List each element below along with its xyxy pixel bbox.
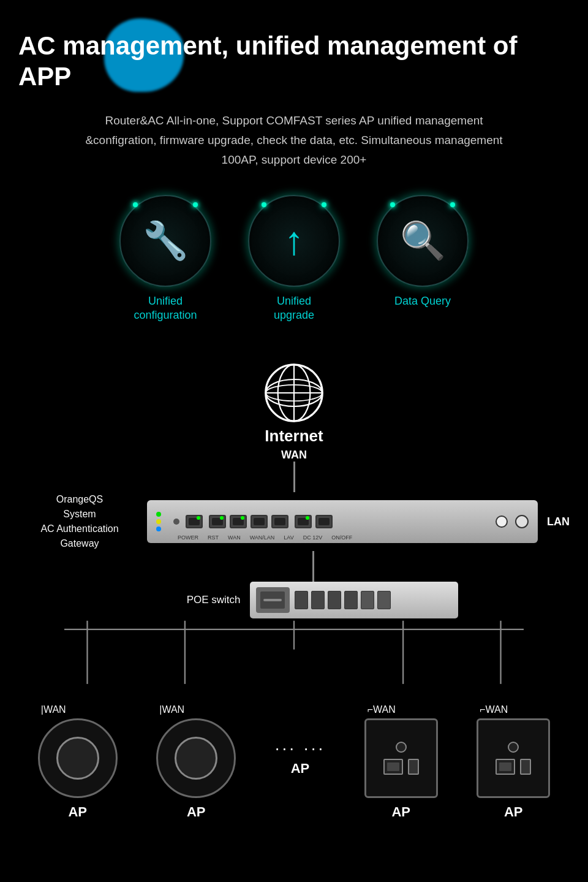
ap-label-4: AP (391, 804, 410, 820)
extra-port-2 (315, 515, 333, 528)
ap-wan-4: ⌐WAN (368, 704, 396, 715)
lan-port-4 (271, 515, 288, 528)
feature-label-config: Unifiedconfiguration (134, 294, 197, 323)
header-section: AC management, unified management of APP (18, 25, 570, 93)
poe-device (250, 582, 458, 618)
lan-port-1 (209, 515, 226, 528)
wanlan-label: WAN/LAN (250, 534, 275, 541)
poe-port-6 (377, 591, 391, 609)
wan-port (186, 515, 203, 528)
sparkle-tr-2 (322, 202, 326, 207)
ap-square-5 (477, 718, 550, 798)
poe-cable-icon (263, 599, 282, 601)
ap-item-4: ⌐WAN AP (364, 704, 438, 820)
ap-item-2: |WAN AP (156, 704, 236, 820)
poe-row: POE switch (18, 582, 570, 618)
subtitle-section: Router&AC All-in-one, Support COMFAST se… (80, 111, 508, 170)
ap-port-a-inner (387, 762, 399, 771)
lav-label: LAV (284, 534, 293, 541)
led-yellow (156, 519, 161, 524)
poe-port-2 (311, 591, 325, 609)
wan-label-top: WAN (281, 449, 307, 462)
lan-label: LAN (547, 515, 570, 528)
poe-label: POE switch (130, 594, 241, 606)
feature-circle-query: 🔍 (377, 195, 469, 287)
router-indicators (156, 512, 161, 531)
feature-label-query: Data Query (394, 294, 451, 308)
poe-port-1 (295, 591, 308, 609)
globe-icon (260, 359, 328, 427)
led-green (156, 512, 161, 517)
power-group (496, 515, 529, 528)
ap-port-b (408, 759, 419, 775)
lan-vertical-line (312, 551, 314, 582)
extra-port-1 (295, 515, 312, 528)
arrow-up-icon: ↑ (284, 218, 304, 264)
ap-wan-1: |WAN (41, 704, 66, 715)
sparkle-tr-3 (450, 202, 455, 207)
poe-module-inner (260, 591, 285, 609)
wan-vline-container (18, 462, 570, 492)
router-label: OrangeQSSystemAC AuthenticationGateway (18, 492, 141, 551)
page-wrapper: AC management, unified management of APP… (0, 0, 588, 845)
ap-label-5: AP (504, 804, 523, 820)
router-row: OrangeQSSystemAC AuthenticationGateway (18, 492, 570, 551)
feature-label-upgrade: Unifiedupgrade (274, 294, 314, 323)
ap-item-5: ⌐WAN AP (477, 704, 550, 820)
connection-lines-svg (18, 618, 570, 692)
internet-block: Internet WAN (18, 359, 570, 462)
ap-ellipsis: ... ... (275, 735, 325, 755)
features-row: 🔧 Unifiedconfiguration ↑ Unifiedupgrade … (18, 195, 570, 323)
feature-unified-config: 🔧 Unifiedconfiguration (119, 195, 211, 323)
ap-square-bottom-5 (496, 759, 531, 775)
ap-port-a (383, 759, 403, 775)
wan-port-label: WAN (228, 534, 241, 541)
wrench-icon: 🔧 (143, 222, 189, 259)
internet-label: Internet (265, 427, 323, 446)
dc-button (496, 515, 508, 528)
router-device: POWER RST WAN WAN/LAN LAV DC 12V ON/OFF (147, 500, 538, 543)
ap-item-ellipsis: ... ... AP (275, 704, 325, 777)
power-button (515, 515, 529, 528)
ap-label-1: AP (68, 804, 87, 820)
network-diagram: Internet WAN OrangeQSSystemAC Authentica… (18, 359, 570, 820)
ap-item-1: |WAN AP (38, 704, 118, 820)
ap-wan-2: |WAN (159, 704, 184, 715)
power-label: POWER (178, 534, 198, 541)
feature-unified-upgrade: ↑ Unifiedupgrade (248, 195, 340, 323)
rst-button (173, 519, 179, 525)
ap-circle-2 (156, 718, 236, 798)
ap-square-bottom-4 (383, 759, 419, 775)
ap-inner-circle-1 (56, 737, 99, 780)
poe-module (256, 587, 290, 613)
ap-square-dot-5 (508, 742, 519, 753)
extra-ports-group (295, 515, 333, 528)
sparkle-tl-3 (390, 202, 395, 207)
port-labels: POWER RST WAN WAN/LAN LAV DC 12V ON/OFF (178, 534, 352, 541)
feature-circle-config: 🔧 (119, 195, 211, 287)
ap-square-4 (364, 718, 438, 798)
lan-port-2 (230, 515, 247, 528)
ap-inner-circle-2 (175, 737, 217, 780)
sparkle-tr (193, 202, 198, 207)
ap-port-d (520, 759, 531, 775)
page-title: AC management, unified management of APP (18, 25, 570, 93)
lan-ports-group (209, 515, 288, 528)
lan-vline-container (141, 551, 570, 582)
subtitle-text: Router&AC All-in-one, Support COMFAST se… (85, 114, 502, 167)
dc12v-label: DC 12V (303, 534, 323, 541)
sparkle-tl (133, 202, 138, 207)
rst-label: RST (208, 534, 219, 541)
feature-data-query: 🔍 Data Query (377, 195, 469, 308)
ap-row: |WAN AP |WAN AP ... ... AP ⌐ (18, 704, 570, 820)
ap-port-c (496, 759, 515, 775)
feature-circle-upgrade: ↑ (248, 195, 340, 287)
poe-ports (295, 591, 391, 609)
ap-square-dot-4 (396, 742, 407, 753)
ap-label-2: AP (187, 804, 206, 820)
sparkle-tl-2 (262, 202, 266, 207)
ap-circle-1 (38, 718, 118, 798)
ap-label-3: AP (291, 761, 310, 777)
ap-port-c-inner (499, 762, 511, 771)
onoff-label: ON/OFF (331, 534, 352, 541)
